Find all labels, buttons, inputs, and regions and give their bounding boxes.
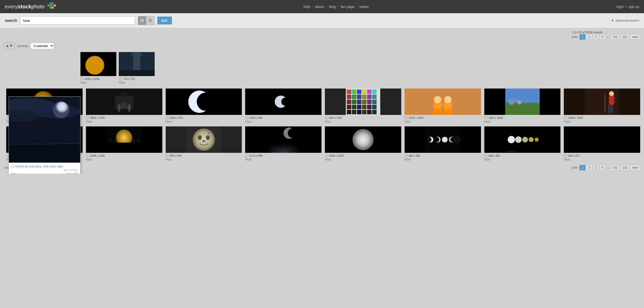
search-input[interactable] xyxy=(20,16,135,25)
page-131-top[interactable]: 131 xyxy=(610,34,619,40)
nav-about[interactable]: about xyxy=(315,5,324,9)
svg-rect-29 xyxy=(266,88,301,115)
nav-sep-4: / xyxy=(356,5,358,9)
img7-info-icon[interactable]: i xyxy=(484,116,488,119)
next-btn-top[interactable]: next xyxy=(630,34,640,40)
page-132-top[interactable]: 132 xyxy=(620,34,629,40)
logo-text[interactable]: everystockphoto xyxy=(5,4,44,10)
bottom-left-source: Flickr xyxy=(80,81,116,84)
page-3-top[interactable]: 3 xyxy=(593,34,599,40)
nav-sep-3: / xyxy=(338,5,338,9)
image-thumb-15[interactable]: www.example.com xyxy=(484,126,561,153)
svg-rect-19 xyxy=(119,70,155,76)
nav-sep-1: / xyxy=(312,5,313,9)
results-count-top: 1 to 20 of 2628 results | prev 1 2 3 4 .… xyxy=(572,31,640,40)
nav-help[interactable]: help xyxy=(304,5,310,9)
tooltip-meta: Flickr 768 x 768 xyxy=(11,173,78,174)
img15-svg: www.example.com xyxy=(484,126,561,153)
svg-rect-37 xyxy=(347,94,352,99)
svg-point-72 xyxy=(517,100,522,104)
nav-blog[interactable]: blog xyxy=(329,5,336,9)
image-thumb-6[interactable] xyxy=(404,88,481,115)
img14-info-icon[interactable]: i xyxy=(404,154,408,157)
image-thumb-11[interactable] xyxy=(166,126,242,153)
bottom-left-thumb[interactable] xyxy=(80,52,116,76)
sources-select[interactable]: 9 selected xyxy=(30,43,54,49)
image-thumb-16[interactable] xyxy=(564,126,640,153)
image-thumb-14[interactable] xyxy=(404,126,481,153)
svg-point-77 xyxy=(525,103,526,104)
image-tooltip: i Noche de luna llena...Full moon night … xyxy=(8,96,80,174)
go-button[interactable]: GO xyxy=(157,17,172,25)
grid-view-button[interactable]: ⊞ xyxy=(138,16,146,25)
img2-info-icon[interactable]: i xyxy=(86,116,89,119)
svg-rect-47 xyxy=(367,100,372,104)
img11-info-icon[interactable]: i xyxy=(166,154,169,157)
nav-fanpage[interactable]: fan page xyxy=(340,5,354,9)
svg-rect-57 xyxy=(357,110,362,114)
signup-link[interactable]: sign up xyxy=(628,5,639,9)
bottom-right-info-icon[interactable]: i xyxy=(119,77,122,81)
img12-info-icon[interactable]: i xyxy=(245,154,248,157)
svg-rect-45 xyxy=(357,100,362,104)
page-1-bottom[interactable]: 1 xyxy=(580,165,586,170)
image-thumb-3[interactable] xyxy=(166,88,242,115)
img15-info: i 500 x 351 xyxy=(484,154,561,157)
svg-rect-35 xyxy=(367,89,372,94)
img15-info-icon[interactable]: i xyxy=(484,154,488,157)
image-thumb-7[interactable] xyxy=(484,88,561,115)
page-2-top[interactable]: 2 xyxy=(586,34,592,40)
image-thumb-12[interactable] xyxy=(245,126,322,153)
img4-info-icon[interactable]: i xyxy=(245,116,248,119)
svg-rect-60 xyxy=(372,110,376,114)
img8-info-icon[interactable]: i xyxy=(564,116,567,119)
page-1-top[interactable]: 1 xyxy=(580,34,586,40)
image-cell-6: i 3723 x 1830 Flickr xyxy=(404,88,481,123)
nav-twitter[interactable]: twitter xyxy=(359,5,369,9)
img16-info-icon[interactable]: i xyxy=(564,154,567,157)
image-thumb-2[interactable] xyxy=(86,88,162,115)
advanced-search-toggle[interactable]: ▼ advanced search xyxy=(611,19,639,22)
svg-rect-92 xyxy=(107,143,141,153)
img14-source: Flickr xyxy=(404,158,481,161)
bottom-right-thumb[interactable] xyxy=(119,52,155,76)
img3-info-icon[interactable]: i xyxy=(166,116,169,119)
image-cell-16: i 500 x 371 Flickr xyxy=(564,126,640,161)
bottom-right-source: Flickr xyxy=(119,81,155,84)
image-thumb-4[interactable] xyxy=(245,88,322,115)
img11-svg xyxy=(166,126,242,153)
img10-info-icon[interactable]: i xyxy=(86,154,89,157)
svg-rect-55 xyxy=(347,110,352,114)
tooltip-info-icon[interactable]: i xyxy=(11,165,14,168)
image-thumb-5[interactable] xyxy=(325,88,401,115)
tooltip-title-link[interactable]: i Noche de luna llena...Full moon night xyxy=(11,165,78,168)
img6-info-icon[interactable]: i xyxy=(404,116,408,119)
page-131-bottom[interactable]: 131 xyxy=(610,165,619,170)
img15-source: Flickr xyxy=(484,158,561,161)
logo-every: every xyxy=(5,4,18,10)
svg-point-27 xyxy=(128,104,131,112)
page-132-bottom[interactable]: 132 xyxy=(620,165,629,170)
list-view-button[interactable]: ☰ xyxy=(146,16,154,25)
collapse-button[interactable]: ▲▼ xyxy=(4,43,15,49)
img5-info-icon[interactable]: i xyxy=(325,116,328,119)
page-4-top[interactable]: 4 xyxy=(600,34,606,40)
image-thumb-13[interactable] xyxy=(325,126,401,153)
image-cell-12: i 1172 x 996 Flickr xyxy=(245,126,322,161)
prev-label-top: prev xyxy=(572,35,578,39)
page-2-bottom[interactable]: 2 xyxy=(586,165,592,170)
image-thumb-10[interactable] xyxy=(86,126,162,153)
img13-info-icon[interactable]: i xyxy=(325,154,328,157)
img16-svg xyxy=(564,126,640,153)
image-thumb-8[interactable] xyxy=(564,88,640,115)
page-4-bottom[interactable]: 4 xyxy=(600,165,606,170)
controls-row: ▲▼ sources 9 selected xyxy=(4,41,640,52)
img12-dimensions: 1172 x 996 xyxy=(250,154,262,157)
svg-point-80 xyxy=(537,102,538,104)
page-3-bottom[interactable]: 3 xyxy=(593,165,599,170)
next-btn-bottom[interactable]: next xyxy=(630,165,640,170)
login-link[interactable]: login xyxy=(616,5,624,9)
bottom-left-info-icon[interactable]: i xyxy=(80,77,84,81)
tooltip-source: Flickr xyxy=(11,173,18,174)
svg-point-18 xyxy=(132,52,142,56)
